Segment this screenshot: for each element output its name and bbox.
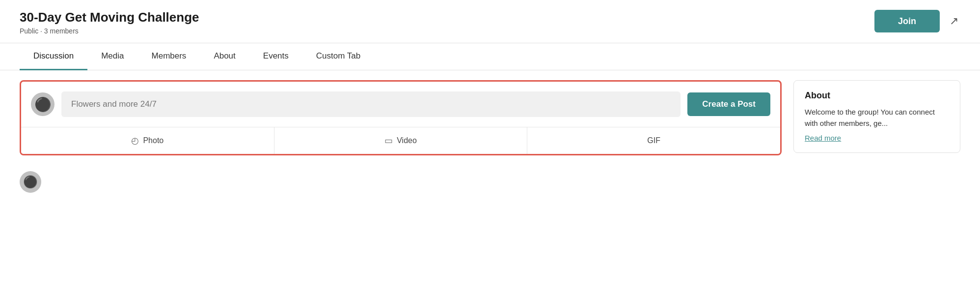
tab-members[interactable]: Members [138,43,200,70]
feed-avatar: ⚫ [20,171,41,193]
page-wrapper: 30-Day Get Moving Challenge Public · 3 m… [0,0,980,203]
group-header: 30-Day Get Moving Challenge Public · 3 m… [0,0,980,43]
content-area: ⚫ Create a Post ◴ Photo ▭ Video [0,70,980,203]
user-avatar-icon: ⚫ [34,96,52,113]
video-button[interactable]: ▭ Video [274,127,528,154]
header-actions: Join ↗ [874,10,960,32]
group-title-area: 30-Day Get Moving Challenge Public · 3 m… [20,10,199,35]
tab-about[interactable]: About [200,43,249,70]
about-card-text: Welcome to the group! You can connect wi… [805,107,949,129]
main-panel: ⚫ Create a Post ◴ Photo ▭ Video [20,80,782,193]
video-icon: ▭ [384,135,393,146]
photo-button[interactable]: ◴ Photo [21,127,274,154]
tab-discussion[interactable]: Discussion [20,43,87,70]
gif-button[interactable]: GIF [527,127,780,154]
share-button[interactable]: ↗ [948,13,960,30]
tab-custom-tab[interactable]: Custom Tab [302,43,374,70]
feed-item-partial: ⚫ [20,165,782,193]
tab-media[interactable]: Media [87,43,137,70]
tab-navigation: Discussion Media Members About Events Cu… [0,43,980,70]
about-card-title: About [805,90,949,101]
group-title: 30-Day Get Moving Challenge [20,10,199,25]
post-input-row: ⚫ Create a Post [21,82,780,127]
post-input-field[interactable] [61,91,681,117]
group-meta: Public · 3 members [20,27,199,35]
post-media-row: ◴ Photo ▭ Video GIF [21,127,780,154]
feed-user-icon: ⚫ [23,175,38,189]
avatar: ⚫ [31,92,54,116]
post-create-box: ⚫ Create a Post ◴ Photo ▭ Video [20,80,782,155]
join-button[interactable]: Join [874,10,940,32]
tab-events[interactable]: Events [249,43,302,70]
sidebar-panel: About Welcome to the group! You can conn… [793,80,960,153]
read-more-link[interactable]: Read more [805,134,841,142]
create-post-button[interactable]: Create a Post [687,92,770,116]
about-card: About Welcome to the group! You can conn… [793,80,960,153]
share-icon: ↗ [950,15,958,27]
camera-icon: ◴ [131,135,139,146]
